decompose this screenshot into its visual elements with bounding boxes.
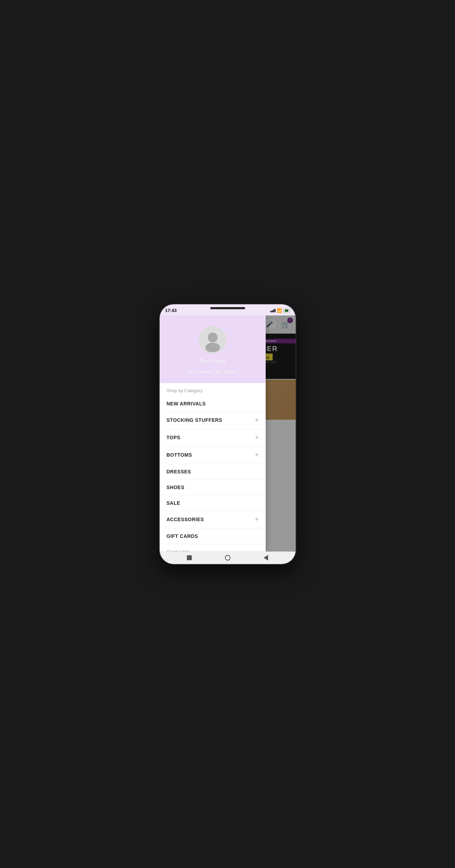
sale-label: SALE [167, 500, 180, 506]
back-icon [264, 555, 268, 561]
sidebar-item-accessories[interactable]: ACCESSORIES + [160, 511, 266, 528]
sidebar-item-bottoms[interactable]: BOTTOMS + [160, 447, 266, 464]
signal-bars-icon [270, 309, 275, 312]
gift-cards-label: GIFT CARDS [167, 533, 198, 539]
back-button[interactable] [262, 554, 270, 562]
svg-point-0 [208, 333, 218, 342]
tops-label: TOPS [167, 435, 181, 440]
phone-frame: 17:43 📶 49 🎤 [160, 304, 296, 564]
battery-indicator: 49 [283, 308, 290, 313]
shop-by-category-header: Shop by Category [160, 383, 266, 396]
recent-apps-icon [187, 555, 192, 560]
link-separator: | [213, 369, 216, 375]
bottoms-label: BOTTOMS [167, 452, 192, 458]
status-bar: 17:43 📶 49 [160, 304, 296, 315]
profile-name: Test Vajro [199, 358, 225, 365]
recent-apps-button[interactable] [185, 554, 193, 562]
sidebar-item-dresses[interactable]: DRESSES [160, 464, 266, 480]
sidebar-item-stocking-stuffers[interactable]: STOCKING STUFFERS + [160, 412, 266, 429]
my-orders-link[interactable]: My Orders [216, 369, 238, 375]
avatar-icon [200, 328, 225, 352]
wifi-icon: 📶 [277, 308, 282, 313]
quick-links-header: Quick Links [160, 544, 266, 551]
sidebar-item-new-arrivals[interactable]: NEW ARRIVALS [160, 396, 266, 412]
sidebar-item-tops[interactable]: TOPS + [160, 429, 266, 447]
stocking-stuffers-label: STOCKING STUFFERS [167, 417, 222, 423]
dim-overlay[interactable] [266, 315, 296, 551]
sidebar-drawer: Test Vajro My Account | My Orders Shop b… [160, 315, 266, 551]
profile-header: Test Vajro My Account | My Orders [160, 315, 266, 383]
my-account-link[interactable]: My Account [187, 369, 212, 375]
expand-icon: + [255, 451, 259, 459]
profile-account-links[interactable]: My Account | My Orders [187, 369, 238, 375]
status-time: 17:43 [165, 308, 177, 313]
sidebar-item-shoes[interactable]: SHOES [160, 480, 266, 495]
bottom-nav [160, 551, 296, 564]
new-arrivals-label: NEW ARRIVALS [167, 401, 206, 406]
accessories-label: ACCESSORIES [167, 517, 204, 522]
home-button[interactable] [224, 554, 232, 562]
sidebar-item-sale[interactable]: SALE [160, 495, 266, 511]
dresses-label: DRESSES [167, 469, 191, 474]
svg-point-1 [205, 342, 220, 352]
expand-icon: + [255, 434, 259, 441]
shoes-label: SHOES [167, 485, 185, 490]
status-icons: 📶 49 [270, 308, 290, 313]
sidebar-item-gift-cards[interactable]: GIFT CARDS [160, 528, 266, 544]
battery-text: 49 [285, 309, 288, 312]
expand-icon: + [255, 417, 259, 424]
phone-screen: 17:43 📶 49 🎤 [160, 304, 296, 564]
phone-notch [210, 307, 245, 309]
expand-icon: + [255, 516, 259, 523]
home-icon [225, 555, 230, 561]
avatar [199, 326, 227, 354]
screen-content: 🎤 🛒 1 year BOUTIQUE AWARDS [160, 315, 296, 551]
